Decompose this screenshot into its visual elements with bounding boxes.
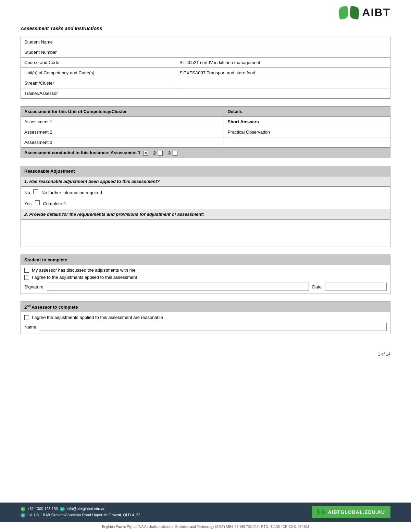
adjustment-no-cell: No No further information required Yes C… xyxy=(21,187,390,209)
assessor-checkbox-label: I agree the adjustments applied to this … xyxy=(32,315,163,320)
table-row: Assessment 3 xyxy=(21,137,390,148)
student-complete-body: My assessor has discussed the adjustment… xyxy=(21,265,390,294)
footer-arrow1-icon xyxy=(317,509,321,516)
footer-address: Lvl 1-3, 18 Mt Gravatt-Capalaba Road Upp… xyxy=(27,512,140,518)
checkbox-assessment2[interactable] xyxy=(158,151,163,156)
assessment-table: Assessment for this Unit of Competency/C… xyxy=(21,106,390,158)
assessment-conducted-label: Assessment conducted in this Instance: A… xyxy=(24,150,140,155)
student-name-value xyxy=(176,37,390,47)
table-row: Course and Code SIT40521 cert IV in kitc… xyxy=(21,58,390,68)
adjustment-no-row: No No further information required Yes C… xyxy=(21,187,390,209)
table-row: Trainer/Assessor xyxy=(21,88,390,99)
student-checkbox1-row: My assessor has discussed the adjustment… xyxy=(24,268,387,273)
adjustment-title: Reasonable Adjustment xyxy=(21,166,390,176)
name-row: Name xyxy=(24,323,387,331)
email-icon: ✉ xyxy=(60,507,65,511)
leaf-left-icon xyxy=(338,5,349,19)
trainer-assessor-value xyxy=(176,88,390,99)
no-label: No xyxy=(24,190,30,195)
checkbox1-label: 2 xyxy=(153,150,156,156)
assessor-checkbox[interactable] xyxy=(24,315,29,320)
yes-label: Yes xyxy=(24,201,32,206)
course-code-label: Course and Code xyxy=(21,58,176,68)
adjustment-question2-row: 2. Provide details for the requirements … xyxy=(21,209,390,220)
no-detail: No further information required xyxy=(41,190,102,195)
main-content: Assessment Tasks and Instructions Studen… xyxy=(0,22,411,348)
date-field[interactable] xyxy=(325,283,387,291)
signature-row: Signature Date xyxy=(24,283,387,291)
footer-website: AIBTGLOBAL.EDU.AU xyxy=(328,509,385,515)
assessment1-value: Short Answers xyxy=(224,117,390,127)
assessor-section: 2nd Assessor to complete I agree the adj… xyxy=(21,301,390,334)
adjustment-question2: 2. Provide details for the requirements … xyxy=(21,209,390,220)
course-code-value: SIT40521 cert IV in kitchen management xyxy=(176,58,390,68)
footer-phone: +61 1300 128 193 xyxy=(27,506,58,512)
page-title: Assessment Tasks and Instructions xyxy=(21,26,390,31)
assessment-header-row: Assessment for this Unit of Competency/C… xyxy=(21,107,390,117)
date-label: Date xyxy=(312,284,322,289)
checkbox2-label: 3 xyxy=(168,150,171,156)
page-number: 1 of 14 xyxy=(0,348,411,360)
adjustment-textarea-cell xyxy=(21,220,390,247)
footer-address-row: ● Lvl 1-3, 18 Mt Gravatt-Capalaba Road U… xyxy=(21,512,140,518)
bottom-line: Brighton Pacific Pty Ltd T/A Australia I… xyxy=(0,525,411,529)
student-checkbox1-label: My assessor has discussed the adjustment… xyxy=(32,268,136,273)
assessor-checkbox-row: I agree the adjustments applied to this … xyxy=(24,315,387,320)
phone-icon: ✆ xyxy=(21,507,25,511)
student-number-value xyxy=(176,47,390,58)
assessment3-value xyxy=(224,137,390,148)
student-number-label: Student Number xyxy=(21,47,176,58)
logo: AIBT xyxy=(339,6,390,19)
table-row: Student Number xyxy=(21,47,390,58)
student-complete-section: Student to complete My assessor has disc… xyxy=(21,255,390,294)
assessment1-label: Assessment 1 xyxy=(21,117,224,127)
table-row: Stream/Cluster xyxy=(21,78,390,88)
signature-field[interactable] xyxy=(47,283,309,291)
leaf-right-icon xyxy=(349,5,360,19)
unit-competency-label: Unit(s) of Competency and Code(s) xyxy=(21,68,176,78)
stream-cluster-label: Stream/Cluster xyxy=(21,78,176,88)
checkbox-assessment3[interactable] xyxy=(173,151,177,156)
footer-arrows xyxy=(317,509,326,516)
student-checkbox1[interactable] xyxy=(24,268,29,273)
yes-checkbox[interactable] xyxy=(35,200,40,205)
name-field[interactable] xyxy=(40,323,387,331)
footer-arrow2-icon xyxy=(322,509,326,516)
footer-email: info@aibtglobal.edu.au xyxy=(67,506,105,512)
assessment2-label: Assessment 2 xyxy=(21,127,224,137)
no-checkbox[interactable] xyxy=(33,189,38,194)
assessor-title-suffix: Assessor to complete xyxy=(30,305,78,310)
table-row: Assessment 2 Practical Observation xyxy=(21,127,390,137)
footer-phone-row: ✆ +61 1300 128 193 ✉ info@aibtglobal.edu… xyxy=(21,506,140,512)
assessment-conducted-cell: Assessment conducted in this Instance: A… xyxy=(21,148,390,158)
assessment-conducted-row: Assessment conducted in this Instance: A… xyxy=(21,148,390,158)
adjustment-question1-row: 1. Has reasonable adjustment been applie… xyxy=(21,176,390,187)
logo-leaves xyxy=(339,7,359,19)
student-checkbox2[interactable] xyxy=(24,275,29,280)
footer: ✆ +61 1300 128 193 ✉ info@aibtglobal.edu… xyxy=(0,503,411,522)
footer-right: AIBTGLOBAL.EDU.AU xyxy=(312,506,390,518)
adjustment-table: Reasonable Adjustment 1. Has reasonable … xyxy=(21,166,390,247)
stream-cluster-value xyxy=(176,78,390,88)
info-table: Student Name Student Number Course and C… xyxy=(21,37,390,99)
footer-left: ✆ +61 1300 128 193 ✉ info@aibtglobal.edu… xyxy=(21,506,140,518)
unit-competency-value: SITXFSA007 Transport and store food xyxy=(176,68,390,78)
adjustment-textarea-row xyxy=(21,220,390,247)
signature-label: Signature xyxy=(24,284,43,289)
student-complete-header: Student to complete xyxy=(21,255,390,265)
student-checkbox2-label: I agree to the adjustments applied to th… xyxy=(32,275,137,280)
checkbox-assessment1[interactable] xyxy=(143,151,148,156)
table-row: Student Name xyxy=(21,37,390,47)
adjustment-header-row: Reasonable Adjustment xyxy=(21,166,390,176)
student-checkbox2-row: I agree to the adjustments applied to th… xyxy=(24,275,387,280)
table-row: Assessment 1 Short Answers xyxy=(21,117,390,127)
student-name-label: Student Name xyxy=(21,37,176,47)
yes-detail: Complete 2. xyxy=(43,201,67,206)
assessment-col2-header: Details xyxy=(224,107,390,117)
assessor-header: 2nd Assessor to complete xyxy=(21,302,390,312)
table-row: Unit(s) of Competency and Code(s) SITXFS… xyxy=(21,68,390,78)
location-icon: ● xyxy=(21,513,25,518)
name-label: Name xyxy=(24,324,36,330)
assessment2-value: Practical Observation xyxy=(224,127,390,137)
page-header: AIBT xyxy=(0,0,411,22)
